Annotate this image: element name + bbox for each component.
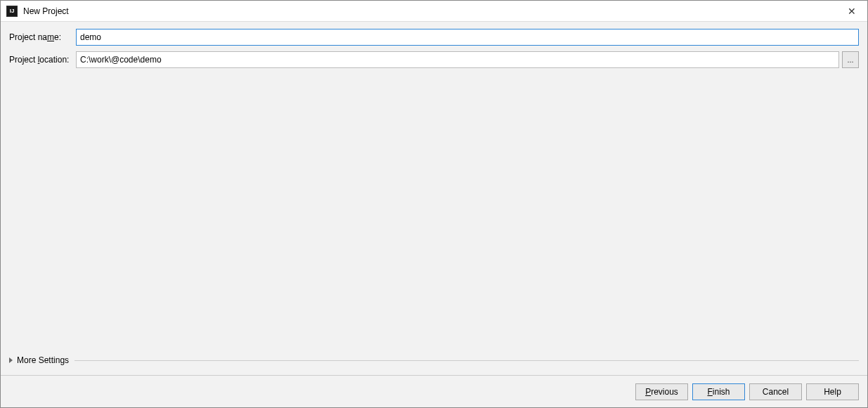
expand-right-icon <box>9 357 13 363</box>
project-name-row: Project name: <box>9 29 859 46</box>
help-button[interactable]: Help <box>806 383 859 400</box>
previous-button[interactable]: Previous <box>635 383 688 400</box>
intellij-icon: IJ <box>6 6 18 17</box>
more-settings-toggle[interactable]: More Settings <box>9 353 859 368</box>
content-area: Project name: Project location: ... More… <box>1 22 867 375</box>
project-location-row: Project location: ... <box>9 51 859 68</box>
project-name-input[interactable] <box>76 29 859 46</box>
titlebar: IJ New Project ✕ <box>1 1 867 22</box>
separator-line <box>75 360 859 361</box>
cancel-button[interactable]: Cancel <box>749 383 802 400</box>
project-name-label: Project name: <box>9 32 76 42</box>
finish-button[interactable]: Finish <box>692 383 745 400</box>
spacer <box>9 74 859 350</box>
icon-text: IJ <box>10 8 15 14</box>
project-location-label: Project location: <box>9 55 76 65</box>
browse-location-button[interactable]: ... <box>842 51 859 68</box>
button-bar: Previous Finish Cancel Help <box>1 375 867 407</box>
more-settings-label: More Settings <box>17 355 69 365</box>
window-title: New Project <box>23 6 69 16</box>
close-icon[interactable]: ✕ <box>845 4 859 18</box>
project-location-input[interactable] <box>76 51 839 68</box>
